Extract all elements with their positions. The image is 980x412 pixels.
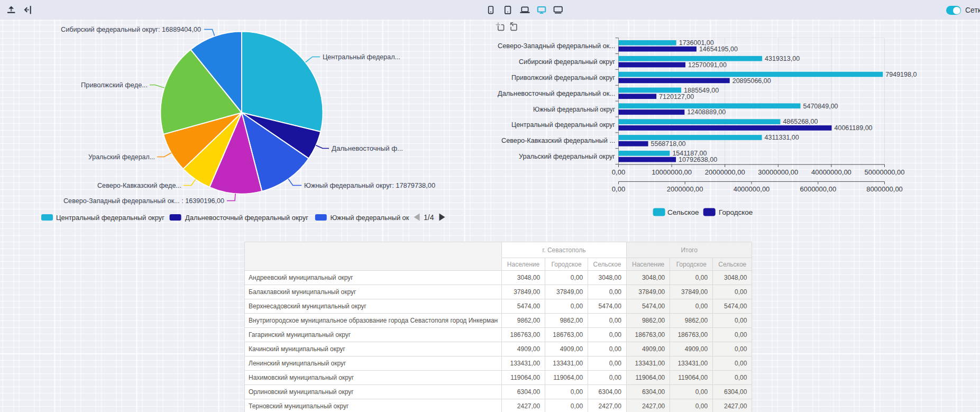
svg-text:4000000,00: 4000000,00 — [734, 185, 770, 193]
svg-text:1/4: 1/4 — [424, 213, 434, 222]
svg-text:7120127,00: 7120127,00 — [659, 93, 694, 100]
svg-text:10000000,00: 10000000,00 — [652, 168, 692, 176]
svg-text:50000000,00: 50000000,00 — [865, 168, 905, 176]
svg-text:12570091,00: 12570091,00 — [688, 61, 727, 69]
svg-text:Приволжский феде...: Приволжский феде... — [81, 81, 148, 89]
svg-text:Дальневосточный федеральный ок: Дальневосточный федеральный округ — [185, 214, 308, 222]
svg-text:20000000,00: 20000000,00 — [705, 168, 745, 176]
svg-text:Центральный федеральный округ: Центральный федеральный округ — [56, 214, 164, 222]
svg-text:0,00: 0,00 — [612, 185, 625, 193]
svg-text:Сибирский федеральный округ: 1: Сибирский федеральный округ: 16889404,00 — [61, 25, 201, 33]
svg-text:Северо-Западный федеральный ок: Северо-Западный федеральный ок... — [498, 42, 615, 50]
svg-text:4311331,00: 4311331,00 — [765, 134, 799, 141]
svg-text:7949198,0: 7949198,0 — [885, 71, 917, 78]
svg-text:Городское: Городское — [719, 208, 753, 216]
svg-text:Центральный федерал...: Центральный федерал... — [323, 53, 400, 61]
svg-text:Южный федеральный округ: 17879: Южный федеральный округ: 17879738,00 — [304, 181, 435, 189]
svg-text:40000000,00: 40000000,00 — [811, 168, 851, 176]
svg-text:6000000,00: 6000000,00 — [800, 185, 836, 193]
svg-text:Южный федеральный округ: Южный федеральный округ — [533, 105, 615, 113]
svg-text:0,00: 0,00 — [612, 168, 625, 176]
svg-text:Южный федеральный ок: Южный федеральный ок — [330, 214, 409, 222]
svg-text:20895066,00: 20895066,00 — [732, 77, 771, 85]
svg-text:Дальневосточный федеральный ок: Дальневосточный федеральный ок... — [498, 89, 615, 97]
svg-text:Северо-Западный федеральный ок: Северо-Западный федеральный ок... : 1639… — [63, 197, 224, 205]
svg-text:Северо-Кавказский феде...: Северо-Кавказский феде... — [97, 181, 181, 189]
svg-text:10792638,00: 10792638,00 — [679, 156, 717, 163]
svg-text:4865268,00: 4865268,00 — [783, 118, 818, 125]
svg-text:4319313,00: 4319313,00 — [765, 55, 800, 62]
svg-text:5470849,00: 5470849,00 — [803, 103, 838, 110]
svg-text:Сельское: Сельское — [667, 208, 699, 216]
svg-text:Дальневосточный ф...: Дальневосточный ф... — [332, 144, 403, 152]
svg-text:Центральный федеральный округ: Центральный федеральный округ — [511, 121, 615, 129]
svg-text:Сибирский федеральный округ: Сибирский федеральный округ — [519, 58, 615, 66]
svg-text:Уральский федеральный округ: Уральский федеральный округ — [519, 152, 615, 160]
svg-text:Уральский федерал...: Уральский федерал... — [88, 153, 155, 161]
svg-text:5568718,00: 5568718,00 — [651, 140, 686, 148]
svg-text:14654195,00: 14654195,00 — [699, 45, 738, 53]
svg-text:30000000,00: 30000000,00 — [758, 168, 798, 176]
svg-text:40061189,00: 40061189,00 — [835, 124, 873, 132]
svg-text:Приволжский федеральный округ: Приволжский федеральный округ — [511, 74, 615, 81]
svg-text:12408889,00: 12408889,00 — [687, 108, 726, 116]
svg-text:8000000,00: 8000000,00 — [866, 185, 903, 193]
svg-text:Северо-Кавказский федеральный: Северо-Кавказский федеральный ... — [501, 136, 615, 144]
svg-text:2000000,00: 2000000,00 — [667, 185, 703, 193]
